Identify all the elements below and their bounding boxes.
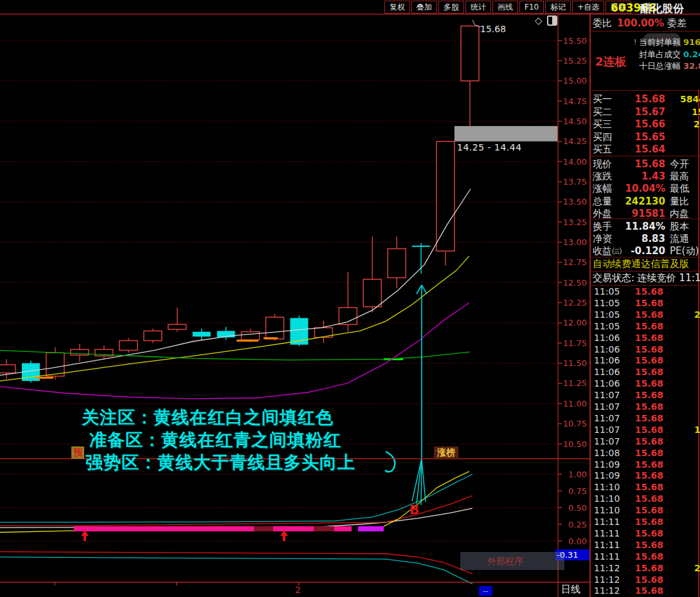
buy-row-label: 买四 — [593, 131, 612, 143]
price-axis-label: 10.50 — [563, 439, 587, 449]
menu-button-6[interactable]: F10 — [519, 1, 544, 14]
tick-time: 11:12 — [594, 585, 620, 596]
tick-time: 11:05 — [594, 286, 620, 297]
info-row-value: 242130 — [614, 196, 665, 208]
period-selector[interactable]: 日线 — [561, 583, 580, 596]
tick-time: 11:11 — [594, 540, 620, 551]
fin-row-value: 11.84% — [614, 221, 665, 233]
candle-up — [436, 142, 454, 252]
tick-price: 15.68 — [617, 355, 663, 366]
fan-line — [422, 459, 426, 502]
yujing-tag[interactable]: 预 — [71, 446, 84, 459]
weibi-label: 委比 — [593, 17, 612, 29]
buy-row-label: 买二 — [593, 106, 612, 118]
tick-price: 15.68 — [617, 574, 663, 585]
tick-price: 15.68 — [617, 482, 663, 493]
buy-row-price: 15.68 — [614, 93, 665, 106]
tick-time: 11:07 — [594, 390, 620, 401]
indicator-bar — [74, 526, 254, 531]
candle-up — [265, 317, 283, 339]
fin-row-label2: PE(动) — [670, 245, 699, 257]
indicator-axis-label: 1.00 — [568, 470, 587, 479]
fin-row-value: -0.120 — [614, 245, 665, 257]
indicator-bar — [273, 526, 314, 531]
candle-up — [144, 331, 162, 340]
info-row-label: 总量 — [593, 196, 612, 208]
info-row-label: 外盘 — [593, 208, 612, 220]
drawn-hook-arrow — [385, 452, 395, 472]
gap-zone-label: 14.25 - 14.44 — [457, 142, 522, 152]
gap-zone-box — [454, 126, 558, 142]
menu-button-8[interactable]: +自选 — [572, 1, 604, 14]
seal-alert-icon: ! — [634, 37, 636, 48]
tick-time: 11:08 — [594, 448, 620, 459]
buy-arrow-icon — [280, 530, 288, 541]
annotation-line-2: 准备区：黄线在红青之间填粉红 — [89, 428, 341, 452]
weibi-value: 100.00% — [614, 17, 664, 29]
candle-down — [193, 332, 211, 337]
tick-price: 15.68 — [617, 505, 663, 516]
info-row-label: 涨跌 — [593, 170, 612, 183]
buy-arrow-icon — [81, 530, 89, 541]
x-axis-label: 2 — [295, 585, 301, 595]
promo-banner[interactable]: 自动续费通达信普及版 — [593, 258, 689, 270]
indicator-axis-label: 0.50 — [568, 503, 587, 513]
ma-fill-segment — [264, 337, 278, 339]
candle-up — [168, 324, 186, 329]
menu-button-1[interactable]: 复权 — [384, 1, 410, 14]
trade-status: 交易状态: 连续竞价 11:12 — [593, 272, 700, 284]
tick-price: 15.68 — [617, 390, 663, 401]
tick-price: 15.68 — [617, 298, 663, 309]
buy-row-price: 15.64 — [614, 143, 665, 156]
tick-price: 15.68 — [617, 286, 663, 297]
weicha-label: 委差 — [667, 17, 687, 29]
tick-time: 11:05 — [594, 309, 620, 320]
tick-price: 15.68 — [617, 493, 663, 504]
indicator-bar — [254, 526, 273, 531]
tick-time: 11:10 — [594, 482, 620, 493]
buy-row-price: 15.67 — [614, 106, 665, 118]
buy-row-label: 买五 — [593, 143, 612, 156]
candle-up — [242, 332, 260, 340]
tick-volume: 2 — [694, 309, 700, 320]
fin-row-label: 换手 — [593, 221, 612, 233]
ray-arrowhead — [417, 285, 422, 294]
info-row-label: 涨幅 — [593, 183, 612, 195]
price-axis-label: 15.50 — [563, 36, 587, 46]
seal-row-label: 当前封单额 — [638, 37, 681, 48]
ray-arrowhead — [422, 285, 427, 294]
candle-up — [46, 353, 64, 376]
price-axis-label: 11.25 — [563, 378, 587, 388]
buy-row-volume: 15 — [692, 106, 700, 118]
menu-button-7[interactable]: 标记 — [545, 1, 571, 14]
bottom-blue-box[interactable]: -- — [479, 586, 492, 596]
tick-time: 11:05 — [594, 321, 620, 332]
ma-fill-segment — [35, 377, 53, 379]
menu-button-5[interactable]: 画线 — [492, 1, 518, 14]
price-axis-label: 11.00 — [563, 399, 587, 409]
price-axis-label: 14.75 — [563, 96, 587, 106]
tick-time: 11:11 — [594, 517, 620, 528]
tick-price: 15.68 — [617, 413, 663, 424]
tick-time: 11:06 — [594, 355, 620, 366]
menu-button-2[interactable]: 叠加 — [411, 1, 437, 14]
info-row-label2: 内盘 — [670, 208, 689, 220]
candle-up — [461, 26, 479, 80]
menu-button-4[interactable]: 统计 — [465, 1, 491, 14]
buy-row-label: 买一 — [593, 93, 612, 106]
tick-price: 15.68 — [617, 448, 663, 459]
info-row-value: 1.43 — [614, 170, 665, 183]
ind-teal-lower — [0, 557, 472, 584]
panel-layout-icon[interactable] — [547, 15, 557, 26]
tick-time: 11:07 — [594, 436, 620, 447]
diamond-marker-icon[interactable]: ◇ — [535, 15, 543, 26]
zhangbang-tag[interactable]: 涨榜 — [434, 446, 458, 459]
tick-price: 15.68 — [617, 551, 663, 562]
menu-button-3[interactable]: 多股 — [438, 1, 464, 14]
indicator-axis-label: 0.75 — [568, 486, 587, 496]
fin-row-value: 8.83 — [614, 233, 665, 245]
buy-row-price: 15.65 — [614, 131, 665, 143]
tick-price: 15.68 — [617, 401, 663, 412]
tick-time: 11:06 — [594, 367, 620, 378]
tick-time: 11:09 — [594, 470, 620, 481]
